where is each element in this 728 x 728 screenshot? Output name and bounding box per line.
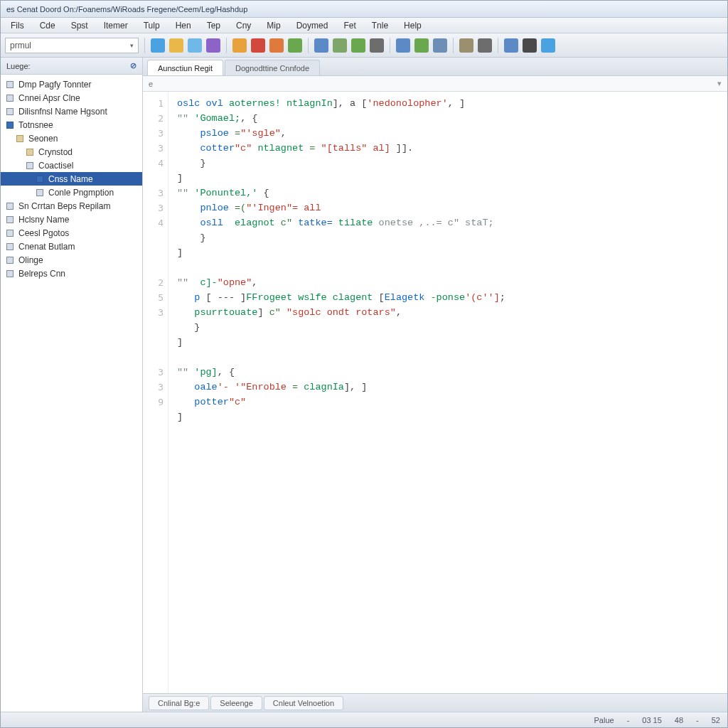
toolbar-icon-17[interactable] xyxy=(504,38,518,53)
code-line[interactable]: "" 'pg], { xyxy=(177,365,720,380)
tree-item[interactable]: Cnss Name xyxy=(1,172,142,186)
body: Luege: ⊘ Dmp Pagfy TonnterCnnei Apsr Cln… xyxy=(1,58,727,712)
toolbar-icon-1[interactable] xyxy=(169,38,183,53)
project-tree[interactable]: Dmp Pagfy TonnterCnnei Apsr ClneDilisnfn… xyxy=(1,75,142,712)
line-number xyxy=(143,230,164,245)
toolbar-icon-14[interactable] xyxy=(433,38,447,53)
menu-tep[interactable]: Tep xyxy=(200,19,228,32)
code-line[interactable]: oslc ovl aoternes! ntlagnIn], a ['nedono… xyxy=(177,96,720,111)
menu-spst[interactable]: Spst xyxy=(64,19,95,32)
code-area[interactable]: oslc ovl aoternes! ntlagnIn], a ['nedono… xyxy=(168,92,727,693)
code-line[interactable]: } xyxy=(177,320,720,335)
tree-item[interactable]: Coactisel xyxy=(1,159,142,172)
code-line[interactable]: } xyxy=(177,156,720,171)
toolbar-icon-2[interactable] xyxy=(188,38,202,53)
tree-item-label: Seonen xyxy=(28,134,58,144)
tree-item[interactable]: Cnenat Butlam xyxy=(1,240,142,253)
menu-mip[interactable]: Mip xyxy=(259,19,287,32)
toolbar-icon-3[interactable] xyxy=(206,38,220,53)
code-line[interactable]: ] xyxy=(177,410,720,424)
sidebar-close-icon[interactable]: ⊘ xyxy=(130,61,136,70)
menu-cny[interactable]: Cny xyxy=(229,19,258,32)
tree-item[interactable]: Olinge xyxy=(1,253,142,267)
toolbar-icon-6[interactable] xyxy=(269,38,284,53)
code-line[interactable]: ] xyxy=(177,171,720,186)
tree-item[interactable]: Dmp Pagfy Tonnter xyxy=(1,77,142,91)
toolbar-icon-0[interactable] xyxy=(151,38,165,53)
line-number: 3 xyxy=(143,186,164,200)
sidebar-header: Luege: ⊘ xyxy=(1,58,142,75)
tree-item[interactable]: Conle Pngmption xyxy=(1,186,142,199)
menu-fils[interactable]: Fils xyxy=(4,19,31,32)
status-field-1: 03 15 xyxy=(642,716,662,724)
toolbar-icon-7[interactable] xyxy=(288,38,302,53)
tree-item[interactable]: Belreps Cnn xyxy=(1,267,142,280)
tree-item-icon xyxy=(5,242,15,252)
tree-item[interactable]: Ceesl Pgotos xyxy=(1,226,142,240)
breadcrumb-bar[interactable]: e ▾ xyxy=(143,76,727,92)
toolbar-icon-15[interactable] xyxy=(459,38,473,53)
toolbar-icon-11[interactable] xyxy=(370,38,384,53)
toolbar-icon-8[interactable] xyxy=(314,38,328,53)
menu-doymed[interactable]: Doymed xyxy=(289,19,336,32)
code-line[interactable]: osll elagnot c" tatke= tilate onetse ,..… xyxy=(177,215,720,230)
tree-item[interactable]: Crynstod xyxy=(1,145,142,159)
code-line[interactable]: "" 'Gomael;, { xyxy=(177,111,720,126)
code-line[interactable]: "" c]-"opne", xyxy=(177,275,720,290)
toolbar-icon-5[interactable] xyxy=(251,38,265,53)
line-number xyxy=(143,245,164,260)
code-line[interactable] xyxy=(177,350,720,365)
toolbar-icon-4[interactable] xyxy=(232,38,247,53)
breadcrumb-dropdown-icon[interactable]: ▾ xyxy=(717,79,722,88)
toolbar-icon-19[interactable] xyxy=(541,38,555,53)
tree-item[interactable]: Hclsny Name xyxy=(1,213,142,226)
toolbar-icon-18[interactable] xyxy=(523,38,537,53)
code-line[interactable]: ] xyxy=(177,335,720,350)
code-editor[interactable]: 12334334253339 oslc ovl aoternes! ntlagn… xyxy=(143,92,727,693)
toolbar-icon-9[interactable] xyxy=(333,38,347,53)
line-number xyxy=(143,350,164,365)
code-line[interactable] xyxy=(177,260,720,275)
code-line[interactable]: ] xyxy=(177,245,720,260)
code-line[interactable]: } xyxy=(177,230,720,245)
toolbar-icon-10[interactable] xyxy=(351,38,365,53)
tree-item[interactable]: Sn Crrtan Beps Repilam xyxy=(1,199,142,213)
tree-item[interactable]: Seonen xyxy=(1,132,142,145)
editor-tab[interactable]: Dognodttine Cnnfode xyxy=(225,60,320,75)
code-line[interactable]: p [ --- ]FFrogeet wslfe clagent [Elagetk… xyxy=(177,290,720,305)
toolbar-icon-16[interactable] xyxy=(478,38,492,53)
toolbar-separator xyxy=(498,38,498,53)
menu-tulp[interactable]: Tulp xyxy=(136,19,167,32)
context-dropdown[interactable]: prmul ▾ xyxy=(5,38,139,53)
bottom-tab[interactable]: Cnleut Velnoetion xyxy=(264,696,343,710)
line-number: 4 xyxy=(143,156,164,171)
toolbar-icon-12[interactable] xyxy=(396,38,410,53)
code-line[interactable]: potter"c" xyxy=(177,395,720,410)
code-line[interactable]: psurrtouate] c" "sgolc ondt rotars", xyxy=(177,305,720,320)
editor-tab[interactable]: Aunsctiun Regit xyxy=(147,60,223,75)
code-line[interactable]: psloe ="'sgle", xyxy=(177,126,720,141)
menu-hen[interactable]: Hen xyxy=(168,19,198,32)
bottom-tab[interactable]: Seleenge xyxy=(210,696,262,710)
menu-itemer[interactable]: Itemer xyxy=(97,19,135,32)
menu-tnle[interactable]: Tnle xyxy=(365,19,395,32)
bottom-tab[interactable]: Cnlinal Bg:e xyxy=(149,696,209,710)
tree-item[interactable]: Cnnei Apsr Clne xyxy=(1,91,142,105)
chevron-down-icon: ▾ xyxy=(130,42,134,49)
line-number: 4 xyxy=(143,215,164,230)
menu-help[interactable]: Help xyxy=(397,19,429,32)
tree-item[interactable]: Totnsnee xyxy=(1,118,142,132)
code-line[interactable]: cotter"c" ntlagnet = "[talls" al] ]]. xyxy=(177,141,720,156)
code-line[interactable]: oale'- '"Enroble = clagnIa], ] xyxy=(177,380,720,395)
tree-item-icon xyxy=(25,147,35,157)
menu-cde[interactable]: Cde xyxy=(33,19,63,32)
status-bar: Palue - 03 15 48 - 52 xyxy=(1,712,727,727)
tree-item-label: Sn Crrtan Beps Repilam xyxy=(18,201,110,211)
code-line[interactable]: "" 'Ponuntel,' { xyxy=(177,186,720,200)
menu-fet[interactable]: Fet xyxy=(336,19,363,32)
tree-item-icon xyxy=(5,255,15,265)
tree-item[interactable]: Dilisnfnsl Name Hgsont xyxy=(1,105,142,118)
code-line[interactable]: pnloe =("'Ingen"= all xyxy=(177,200,720,215)
toolbar-icon-13[interactable] xyxy=(414,38,429,53)
dropdown-value: prmul xyxy=(10,41,31,50)
